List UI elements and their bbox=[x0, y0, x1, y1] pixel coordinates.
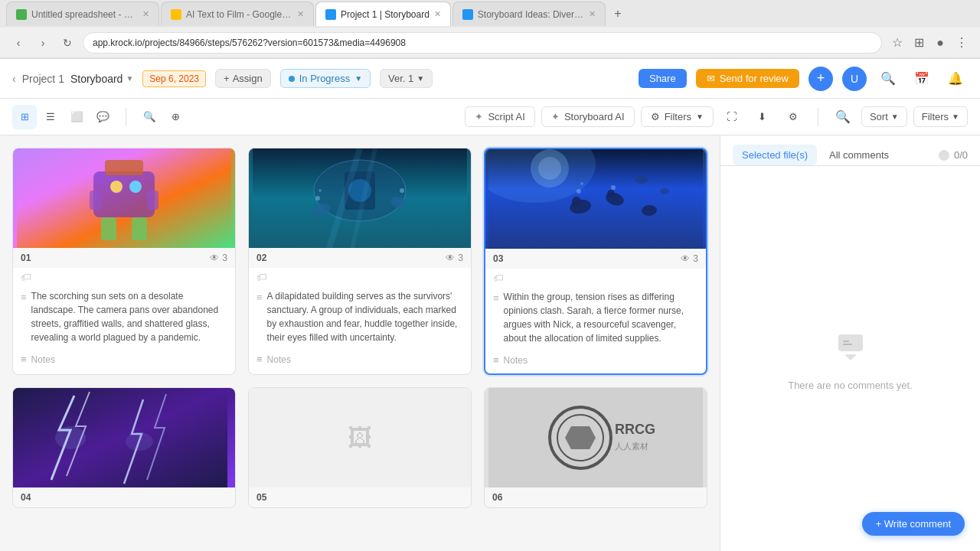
svg-text:RRCG: RRCG bbox=[615, 422, 655, 437]
grid-view-button[interactable]: ⊞ bbox=[12, 105, 37, 129]
profile-icon[interactable]: ● bbox=[931, 34, 949, 52]
panel-search-icon[interactable]: 🔍 bbox=[831, 105, 855, 129]
card-03[interactable]: 03 👁 3 🏷 ≡ Within the group, tension ris… bbox=[484, 148, 707, 375]
card-03-comment-count: 3 bbox=[693, 253, 698, 264]
filters-label: Filters bbox=[665, 111, 691, 122]
tab-close-4[interactable]: ✕ bbox=[589, 9, 596, 19]
search-button[interactable]: 🔍 bbox=[137, 105, 162, 129]
card-01-number: 01 bbox=[21, 253, 31, 263]
tab-label-4: Storyboard Ideas: Diverse Con... bbox=[478, 9, 584, 20]
tab-storyboard[interactable]: Project 1 | Storyboard ✕ bbox=[315, 2, 451, 26]
panel-tab-all-comments[interactable]: All comments bbox=[820, 145, 898, 165]
status-button[interactable]: In Progress ▼ bbox=[280, 69, 371, 88]
avatar[interactable]: U bbox=[842, 67, 867, 91]
filters-right-button[interactable]: Filters ▼ bbox=[913, 106, 968, 127]
card-02-image bbox=[249, 148, 471, 248]
share-button[interactable]: Share bbox=[639, 69, 687, 88]
write-comment-button[interactable]: + Write comment bbox=[862, 512, 965, 536]
send-review-button[interactable]: ✉ Send for review bbox=[696, 69, 799, 88]
status-label: In Progress bbox=[299, 73, 350, 84]
card-03-notes[interactable]: ≡ Notes bbox=[485, 351, 706, 373]
script-ai-button[interactable]: ✦ Script AI bbox=[465, 106, 534, 127]
extensions-icon[interactable]: ⊞ bbox=[910, 34, 928, 52]
tag-icon-1[interactable]: 🏷 bbox=[21, 271, 31, 283]
forward-button[interactable]: › bbox=[34, 34, 52, 52]
tab-close-2[interactable]: ✕ bbox=[297, 9, 304, 19]
svg-rect-8 bbox=[132, 217, 147, 240]
calendar-icon[interactable]: 📅 bbox=[910, 67, 934, 91]
storyboard-ai-label: Storyboard AI bbox=[564, 111, 625, 122]
svg-point-31 bbox=[611, 185, 616, 190]
card-03-comments: 👁 3 bbox=[681, 253, 698, 264]
card-05[interactable]: 🖼 05 bbox=[248, 387, 472, 508]
sort-button[interactable]: Sort ▼ bbox=[861, 106, 907, 127]
tag-icon-2[interactable]: 🏷 bbox=[256, 271, 267, 283]
notification-icon[interactable]: 🔔 bbox=[943, 67, 968, 91]
svg-point-36 bbox=[126, 432, 153, 451]
back-button[interactable]: ‹ bbox=[9, 34, 28, 52]
storyboard-dropdown-icon[interactable]: ▼ bbox=[126, 74, 133, 83]
card-03-tags: 🏷 bbox=[485, 269, 706, 287]
comment-view-button[interactable]: 💬 bbox=[90, 105, 115, 129]
panel-tabs: Selected file(s) All comments 0/0 bbox=[720, 135, 980, 166]
url-input[interactable]: app.krock.io/projects/84966/steps/576262… bbox=[83, 32, 882, 54]
tab-slides[interactable]: AI Text to Film - Google Slides ✕ bbox=[161, 2, 314, 26]
address-actions: ☆ ⊞ ● ⋮ bbox=[888, 34, 971, 52]
card-02-description: A dilapidated building serves as the sur… bbox=[267, 289, 463, 344]
breadcrumb-back-icon[interactable]: ‹ bbox=[12, 73, 16, 85]
card-06-footer: 06 bbox=[485, 487, 707, 507]
tab-favicon-2 bbox=[171, 9, 181, 20]
add-button[interactable]: + bbox=[808, 67, 833, 91]
comment-icon-3: 👁 bbox=[681, 253, 690, 264]
tab-close-3[interactable]: ✕ bbox=[434, 9, 441, 19]
card-02-comments: 👁 3 bbox=[446, 253, 463, 263]
tab-close-1[interactable]: ✕ bbox=[142, 9, 149, 19]
card-04-image bbox=[13, 388, 235, 487]
review-label: Send for review bbox=[720, 73, 789, 84]
card-06-image: RRCG 人人素材 bbox=[485, 388, 707, 487]
settings-button[interactable]: ⚙ bbox=[781, 105, 805, 129]
menu-icon[interactable]: ⋮ bbox=[952, 34, 971, 52]
bookmark-icon[interactable]: ☆ bbox=[888, 34, 906, 52]
card-03-image bbox=[485, 149, 706, 249]
reload-button[interactable]: ↻ bbox=[58, 34, 77, 52]
card-04[interactable]: 04 bbox=[12, 387, 236, 508]
zoom-button[interactable]: ⊕ bbox=[163, 105, 188, 129]
version-dropdown-icon: ▼ bbox=[416, 74, 424, 83]
new-tab-button[interactable]: + bbox=[607, 3, 629, 24]
storyboard-ai-button[interactable]: ✦ Storyboard AI bbox=[541, 106, 635, 127]
card-06[interactable]: RRCG 人人素材 06 bbox=[484, 387, 707, 508]
text-icon-1: ≡ bbox=[21, 290, 27, 305]
date-badge[interactable]: Sep 6, 2023 bbox=[142, 70, 206, 87]
comment-icon-1: 👁 bbox=[210, 253, 219, 263]
tab-spreadsheet[interactable]: Untitled spreadsheet - Goo... ✕ bbox=[6, 2, 159, 26]
assign-plus-icon: + bbox=[224, 73, 230, 84]
card-01-notes[interactable]: ≡ Notes bbox=[13, 350, 235, 373]
card-02-notes[interactable]: ≡ Notes bbox=[249, 350, 471, 373]
svg-rect-34 bbox=[13, 388, 227, 487]
breadcrumb-storyboard[interactable]: Storyboard ▼ bbox=[70, 73, 133, 85]
svg-rect-2 bbox=[105, 160, 143, 175]
svg-point-30 bbox=[580, 182, 583, 185]
card-02[interactable]: 02 👁 3 🏷 ≡ A dilapidated building serves… bbox=[248, 148, 472, 375]
no-comments-icon bbox=[832, 327, 869, 370]
card-03-text: ≡ Within the group, tension rises as dif… bbox=[485, 287, 706, 351]
panel-tab-selected-files[interactable]: Selected file(s) bbox=[733, 145, 817, 165]
assign-button[interactable]: + Assign bbox=[215, 69, 271, 88]
fullscreen-button[interactable]: ⛶ bbox=[720, 105, 744, 129]
search-header-icon[interactable]: 🔍 bbox=[876, 67, 900, 91]
filters-button[interactable]: ⚙ Filters ▼ bbox=[641, 106, 714, 127]
tabs-bar: Untitled spreadsheet - Goo... ✕ AI Text … bbox=[0, 0, 980, 28]
breadcrumb-project[interactable]: Project 1 bbox=[22, 73, 64, 85]
table-view-button[interactable]: ☰ bbox=[38, 105, 63, 129]
svg-point-27 bbox=[607, 190, 615, 197]
tag-icon-3[interactable]: 🏷 bbox=[493, 272, 504, 284]
status-dropdown-icon: ▼ bbox=[354, 74, 362, 83]
panel-view-button[interactable]: ⬜ bbox=[64, 105, 89, 129]
version-button[interactable]: Ver. 1 ▼ bbox=[380, 69, 433, 88]
card-01[interactable]: 01 👁 3 🏷 ≡ The scorching sun sets on a d… bbox=[12, 148, 236, 375]
panel-comment-count: 0/0 bbox=[939, 149, 968, 161]
tab-ideas[interactable]: Storyboard Ideas: Diverse Con... ✕ bbox=[452, 2, 606, 26]
download-button[interactable]: ⬇ bbox=[750, 105, 775, 129]
view-mode-group: ⊞ ☰ ⬜ 💬 bbox=[12, 105, 115, 129]
